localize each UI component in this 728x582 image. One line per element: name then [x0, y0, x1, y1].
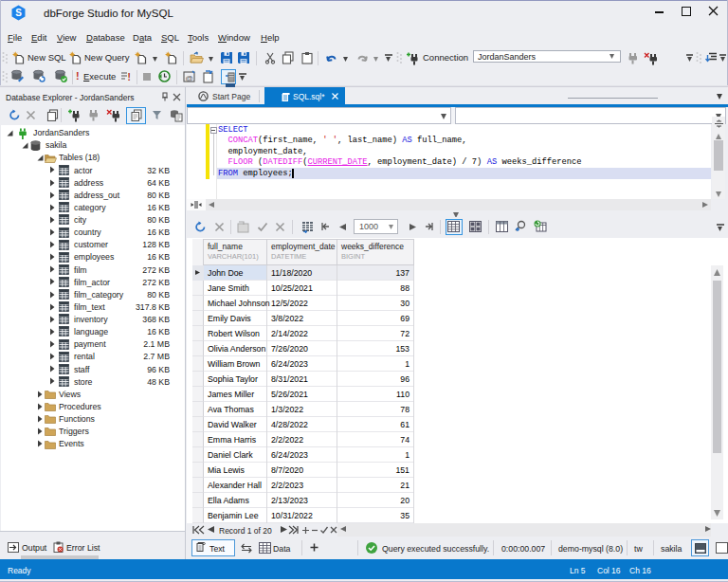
svg-text:S: S: [15, 8, 22, 18]
svg-text:!: !: [128, 72, 131, 82]
svg-text:@: @: [186, 74, 193, 82]
